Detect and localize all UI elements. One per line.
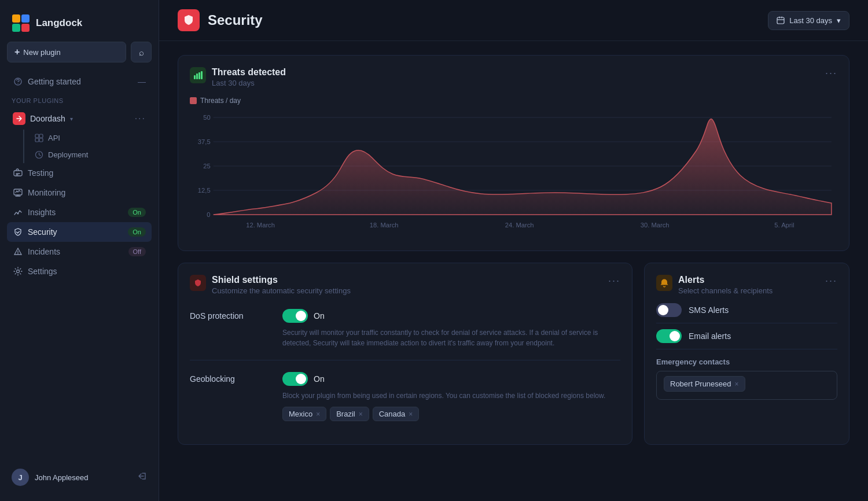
chart-svg: 50 37,5 25 12,5 0	[190, 112, 837, 239]
svg-text:5. April: 5. April	[774, 222, 794, 229]
svg-rect-8	[35, 138, 39, 142]
svg-rect-0	[12, 14, 20, 23]
svg-rect-3	[21, 24, 30, 32]
security-label: Security	[28, 227, 57, 237]
shield-card-subtitle: Customize the automatic security setting…	[212, 286, 351, 295]
plugin-doordash[interactable]: Doordash ▾ ···	[7, 108, 152, 130]
sms-alerts-row: SMS Alerts	[656, 297, 837, 323]
dos-content: On Security will monitor your traffic co…	[282, 309, 620, 348]
threats-card-menu[interactable]: ···	[825, 67, 837, 79]
sms-toggle[interactable]	[656, 303, 682, 317]
sidebar-top-actions: + New plugin ⌕	[7, 42, 152, 62]
shield-card-menu[interactable]: ···	[608, 275, 620, 287]
calendar-icon	[777, 16, 785, 24]
date-range-label: Last 30 days	[789, 16, 832, 25]
getting-started-item[interactable]: Getting started —	[7, 72, 152, 91]
svg-rect-18	[198, 72, 200, 79]
logo-icon	[12, 14, 30, 32]
new-plugin-button[interactable]: + New plugin	[7, 42, 126, 62]
nav-api[interactable]: API	[29, 130, 152, 146]
deployment-label: Deployment	[48, 150, 88, 159]
tag-mexico-label: Mexico	[289, 410, 312, 418]
contact-remove-button[interactable]: ×	[735, 380, 739, 388]
tag-canada-close[interactable]: ×	[409, 410, 413, 418]
logout-button[interactable]	[138, 471, 147, 483]
svg-rect-7	[39, 134, 43, 138]
dos-description: Security will monitor your traffic const…	[282, 327, 620, 348]
tag-canada-label: Canada	[379, 410, 406, 418]
alerts-card-subtitle: Select channels & recipients	[678, 286, 773, 295]
nav-deployment[interactable]: Deployment	[29, 146, 152, 163]
svg-rect-9	[39, 138, 43, 142]
app-name: Langdock	[36, 17, 82, 29]
incidents-label: Incidents	[28, 247, 60, 256]
monitoring-label: Monitoring	[28, 188, 65, 197]
plugin-arrow-icon: ▾	[70, 116, 73, 122]
page-title: Security	[208, 12, 263, 28]
dos-toggle-row: On	[282, 309, 620, 323]
sidebar-item-monitoring[interactable]: Monitoring	[7, 183, 152, 202]
svg-rect-1	[21, 14, 30, 23]
svg-point-5	[17, 83, 19, 84]
date-range-button[interactable]: Last 30 days ▾	[768, 11, 849, 30]
tag-mexico: Mexico ×	[282, 407, 326, 421]
new-plugin-label: New plugin	[23, 48, 60, 57]
tag-brazil-label: Brazil	[336, 410, 355, 418]
geoblocking-tags: Mexico × Brazil × Canada ×	[282, 407, 620, 421]
insights-label: Insights	[28, 208, 56, 217]
testing-icon	[13, 168, 23, 178]
alerts-card-menu[interactable]: ···	[825, 275, 837, 287]
sidebar-item-security[interactable]: Security On	[7, 222, 152, 242]
alerts-title-icon	[656, 275, 672, 291]
geoblocking-description: Block your plugin from being used in cer…	[282, 391, 620, 401]
user-avatar: J	[12, 469, 29, 486]
svg-text:18. March: 18. March	[370, 222, 399, 229]
security-badge: On	[128, 227, 146, 237]
dos-toggle-label: On	[314, 311, 325, 321]
getting-started-dash: —	[138, 77, 146, 86]
threats-card: Threats detected Last 30 days ··· Threat…	[178, 55, 849, 251]
svg-text:0: 0	[207, 211, 210, 218]
dos-toggle[interactable]	[282, 309, 308, 323]
sidebar-item-incidents[interactable]: Incidents Off	[7, 242, 152, 261]
svg-point-14	[17, 270, 20, 273]
plugin-more-icon[interactable]: ···	[135, 113, 146, 124]
geoblocking-toggle-row: On	[282, 372, 620, 386]
shield-card-icon	[190, 275, 206, 291]
deployment-icon	[35, 150, 43, 159]
content-area: Threats detected Last 30 days ··· Threat…	[159, 41, 868, 459]
threats-card-header: Threats detected Last 30 days ···	[190, 67, 837, 87]
svg-rect-15	[777, 17, 784, 24]
doordash-icon	[13, 112, 25, 125]
svg-rect-16	[194, 75, 196, 79]
sidebar: Langdock + New plugin ⌕ Getting started …	[0, 0, 159, 501]
getting-started-icon	[13, 76, 23, 87]
emergency-contacts-box: Robert Pruneseed ×	[656, 371, 837, 400]
shield-card-header: Shield settings Customize the automatic …	[190, 275, 620, 295]
section-label: Your plugins	[7, 97, 152, 104]
email-toggle[interactable]	[656, 329, 682, 343]
svg-text:25: 25	[203, 163, 210, 170]
svg-rect-19	[201, 71, 203, 79]
svg-text:30. March: 30. March	[641, 222, 670, 229]
tag-brazil-close[interactable]: ×	[359, 410, 363, 418]
plugin-name: Doordash	[30, 114, 65, 123]
threats-chart-area: Threats / day 50 37,5 25	[190, 97, 837, 239]
tag-mexico-close[interactable]: ×	[316, 410, 320, 418]
header-icon	[178, 9, 200, 31]
threats-title-icon	[190, 67, 206, 83]
sidebar-item-settings[interactable]: Settings	[7, 261, 152, 281]
geoblocking-toggle[interactable]	[282, 372, 308, 386]
tag-canada: Canada ×	[373, 407, 420, 421]
sidebar-item-testing[interactable]: Testing	[7, 163, 152, 183]
main-content: Security Last 30 days ▾	[159, 0, 868, 501]
search-button[interactable]: ⌕	[131, 42, 152, 62]
bottom-section: Shield settings Customize the automatic …	[178, 263, 849, 445]
getting-started-label: Getting started	[28, 77, 81, 86]
alerts-card-header: Alerts Select channels & recipients ···	[656, 275, 837, 295]
legend-dot	[190, 97, 197, 104]
shield-card-title: Shield settings	[212, 275, 351, 285]
sidebar-item-insights[interactable]: Insights On	[7, 202, 152, 222]
alerts-card: Alerts Select channels & recipients ··· …	[644, 263, 849, 445]
geoblocking-content: On Block your plugin from being used in …	[282, 372, 620, 421]
